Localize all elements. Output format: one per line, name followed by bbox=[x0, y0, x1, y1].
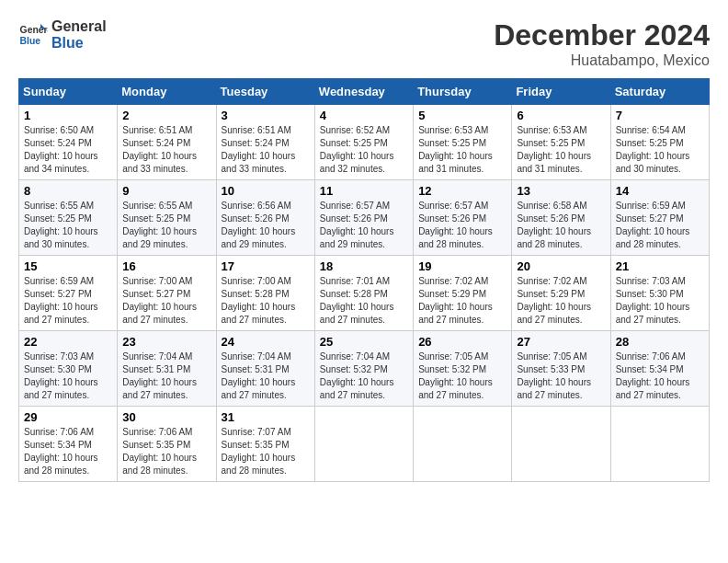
calendar-cell: 4Sunrise: 6:52 AM Sunset: 5:25 PM Daylig… bbox=[314, 105, 413, 180]
calendar-cell bbox=[512, 407, 610, 482]
calendar-week-2: 8Sunrise: 6:55 AM Sunset: 5:25 PM Daylig… bbox=[19, 180, 710, 256]
calendar-cell: 18Sunrise: 7:01 AM Sunset: 5:28 PM Dayli… bbox=[314, 256, 413, 331]
day-info: Sunrise: 7:06 AM Sunset: 5:34 PM Dayligh… bbox=[24, 426, 112, 477]
day-info: Sunrise: 6:50 AM Sunset: 5:24 PM Dayligh… bbox=[24, 124, 112, 176]
day-number: 23 bbox=[122, 335, 210, 349]
day-number: 7 bbox=[616, 109, 704, 122]
day-number: 20 bbox=[517, 259, 605, 273]
day-number: 6 bbox=[517, 109, 605, 122]
day-info: Sunrise: 7:00 AM Sunset: 5:28 PM Dayligh… bbox=[222, 275, 310, 327]
calendar-cell: 17Sunrise: 7:00 AM Sunset: 5:28 PM Dayli… bbox=[216, 256, 314, 331]
calendar-header-row: SundayMondayTuesdayWednesdayThursdayFrid… bbox=[19, 79, 710, 105]
calendar-cell: 14Sunrise: 6:59 AM Sunset: 5:27 PM Dayli… bbox=[610, 180, 709, 256]
day-info: Sunrise: 7:03 AM Sunset: 5:30 PM Dayligh… bbox=[616, 275, 704, 327]
calendar-cell: 3Sunrise: 6:51 AM Sunset: 5:24 PM Daylig… bbox=[216, 105, 314, 180]
day-number: 1 bbox=[24, 109, 112, 122]
calendar-header-friday: Friday bbox=[512, 79, 610, 105]
day-info: Sunrise: 6:57 AM Sunset: 5:26 PM Dayligh… bbox=[418, 200, 506, 251]
calendar-cell bbox=[610, 407, 709, 482]
day-info: Sunrise: 6:59 AM Sunset: 5:27 PM Dayligh… bbox=[24, 275, 112, 327]
day-info: Sunrise: 6:55 AM Sunset: 5:25 PM Dayligh… bbox=[122, 200, 210, 251]
day-info: Sunrise: 6:56 AM Sunset: 5:26 PM Dayligh… bbox=[222, 200, 310, 251]
day-info: Sunrise: 7:06 AM Sunset: 5:34 PM Dayligh… bbox=[616, 350, 704, 402]
calendar-header-wednesday: Wednesday bbox=[314, 79, 413, 105]
calendar-header-monday: Monday bbox=[118, 79, 216, 105]
day-info: Sunrise: 7:02 AM Sunset: 5:29 PM Dayligh… bbox=[418, 275, 506, 327]
day-number: 29 bbox=[24, 410, 112, 424]
calendar-cell: 24Sunrise: 7:04 AM Sunset: 5:31 PM Dayli… bbox=[216, 331, 314, 407]
title-area: December 2024 Huatabampo, Mexico bbox=[494, 18, 710, 69]
calendar-cell bbox=[414, 407, 512, 482]
day-info: Sunrise: 6:58 AM Sunset: 5:26 PM Dayligh… bbox=[517, 200, 605, 251]
calendar-body: 1Sunrise: 6:50 AM Sunset: 5:24 PM Daylig… bbox=[19, 105, 710, 482]
calendar-cell: 15Sunrise: 6:59 AM Sunset: 5:27 PM Dayli… bbox=[19, 256, 118, 331]
calendar-cell: 13Sunrise: 6:58 AM Sunset: 5:26 PM Dayli… bbox=[512, 180, 610, 256]
logo-blue: Blue bbox=[51, 35, 107, 52]
header: General Blue General Blue December 2024 … bbox=[18, 18, 710, 69]
calendar-cell: 6Sunrise: 6:53 AM Sunset: 5:25 PM Daylig… bbox=[512, 105, 610, 180]
day-number: 5 bbox=[418, 109, 506, 122]
day-number: 9 bbox=[122, 184, 210, 198]
svg-text:General: General bbox=[20, 25, 48, 35]
day-number: 2 bbox=[122, 109, 210, 122]
day-info: Sunrise: 7:01 AM Sunset: 5:28 PM Dayligh… bbox=[320, 275, 408, 327]
day-number: 13 bbox=[517, 184, 605, 198]
calendar-cell: 21Sunrise: 7:03 AM Sunset: 5:30 PM Dayli… bbox=[610, 256, 709, 331]
calendar-cell: 10Sunrise: 6:56 AM Sunset: 5:26 PM Dayli… bbox=[216, 180, 314, 256]
day-number: 21 bbox=[616, 259, 704, 273]
day-info: Sunrise: 6:52 AM Sunset: 5:25 PM Dayligh… bbox=[320, 124, 408, 176]
day-info: Sunrise: 7:00 AM Sunset: 5:27 PM Dayligh… bbox=[122, 275, 210, 327]
day-number: 26 bbox=[418, 335, 506, 349]
day-number: 10 bbox=[222, 184, 310, 198]
day-number: 11 bbox=[320, 184, 408, 198]
day-info: Sunrise: 7:04 AM Sunset: 5:32 PM Dayligh… bbox=[320, 350, 408, 402]
day-number: 16 bbox=[122, 259, 210, 273]
calendar-cell: 1Sunrise: 6:50 AM Sunset: 5:24 PM Daylig… bbox=[19, 105, 118, 180]
subtitle: Huatabampo, Mexico bbox=[494, 52, 710, 69]
calendar-cell: 16Sunrise: 7:00 AM Sunset: 5:27 PM Dayli… bbox=[118, 256, 216, 331]
calendar-cell: 9Sunrise: 6:55 AM Sunset: 5:25 PM Daylig… bbox=[118, 180, 216, 256]
calendar-cell: 26Sunrise: 7:05 AM Sunset: 5:32 PM Dayli… bbox=[414, 331, 512, 407]
calendar-cell: 2Sunrise: 6:51 AM Sunset: 5:24 PM Daylig… bbox=[118, 105, 216, 180]
calendar-week-4: 22Sunrise: 7:03 AM Sunset: 5:30 PM Dayli… bbox=[19, 331, 710, 407]
day-number: 17 bbox=[222, 259, 310, 273]
calendar-cell: 11Sunrise: 6:57 AM Sunset: 5:26 PM Dayli… bbox=[314, 180, 413, 256]
calendar-cell: 30Sunrise: 7:06 AM Sunset: 5:35 PM Dayli… bbox=[118, 407, 216, 482]
calendar-cell: 7Sunrise: 6:54 AM Sunset: 5:25 PM Daylig… bbox=[610, 105, 709, 180]
calendar-cell: 23Sunrise: 7:04 AM Sunset: 5:31 PM Dayli… bbox=[118, 331, 216, 407]
main-title: December 2024 bbox=[494, 18, 710, 52]
day-info: Sunrise: 7:06 AM Sunset: 5:35 PM Dayligh… bbox=[122, 426, 210, 477]
calendar-cell: 28Sunrise: 7:06 AM Sunset: 5:34 PM Dayli… bbox=[610, 331, 709, 407]
day-number: 4 bbox=[320, 109, 408, 122]
calendar-cell: 19Sunrise: 7:02 AM Sunset: 5:29 PM Dayli… bbox=[414, 256, 512, 331]
day-number: 18 bbox=[320, 259, 408, 273]
day-info: Sunrise: 6:51 AM Sunset: 5:24 PM Dayligh… bbox=[222, 124, 310, 176]
day-info: Sunrise: 7:04 AM Sunset: 5:31 PM Dayligh… bbox=[122, 350, 210, 402]
svg-text:Blue: Blue bbox=[20, 35, 41, 45]
day-number: 14 bbox=[616, 184, 704, 198]
calendar-table: SundayMondayTuesdayWednesdayThursdayFrid… bbox=[18, 78, 710, 482]
day-info: Sunrise: 6:54 AM Sunset: 5:25 PM Dayligh… bbox=[616, 124, 704, 176]
calendar-cell: 31Sunrise: 7:07 AM Sunset: 5:35 PM Dayli… bbox=[216, 407, 314, 482]
day-number: 24 bbox=[222, 335, 310, 349]
logo-icon: General Blue bbox=[18, 20, 48, 50]
day-info: Sunrise: 6:53 AM Sunset: 5:25 PM Dayligh… bbox=[418, 124, 506, 176]
calendar-cell: 8Sunrise: 6:55 AM Sunset: 5:25 PM Daylig… bbox=[19, 180, 118, 256]
day-info: Sunrise: 6:51 AM Sunset: 5:24 PM Dayligh… bbox=[122, 124, 210, 176]
calendar-cell: 25Sunrise: 7:04 AM Sunset: 5:32 PM Dayli… bbox=[314, 331, 413, 407]
day-info: Sunrise: 7:07 AM Sunset: 5:35 PM Dayligh… bbox=[222, 426, 310, 477]
day-info: Sunrise: 7:03 AM Sunset: 5:30 PM Dayligh… bbox=[24, 350, 112, 402]
calendar-cell: 27Sunrise: 7:05 AM Sunset: 5:33 PM Dayli… bbox=[512, 331, 610, 407]
day-info: Sunrise: 6:59 AM Sunset: 5:27 PM Dayligh… bbox=[616, 200, 704, 251]
day-number: 8 bbox=[24, 184, 112, 198]
calendar-header-thursday: Thursday bbox=[414, 79, 512, 105]
calendar-header-sunday: Sunday bbox=[19, 79, 118, 105]
day-number: 22 bbox=[24, 335, 112, 349]
day-number: 12 bbox=[418, 184, 506, 198]
day-info: Sunrise: 7:04 AM Sunset: 5:31 PM Dayligh… bbox=[222, 350, 310, 402]
calendar-week-5: 29Sunrise: 7:06 AM Sunset: 5:34 PM Dayli… bbox=[19, 407, 710, 482]
day-info: Sunrise: 7:05 AM Sunset: 5:33 PM Dayligh… bbox=[517, 350, 605, 402]
day-number: 30 bbox=[122, 410, 210, 424]
day-info: Sunrise: 6:57 AM Sunset: 5:26 PM Dayligh… bbox=[320, 200, 408, 251]
day-number: 28 bbox=[616, 335, 704, 349]
